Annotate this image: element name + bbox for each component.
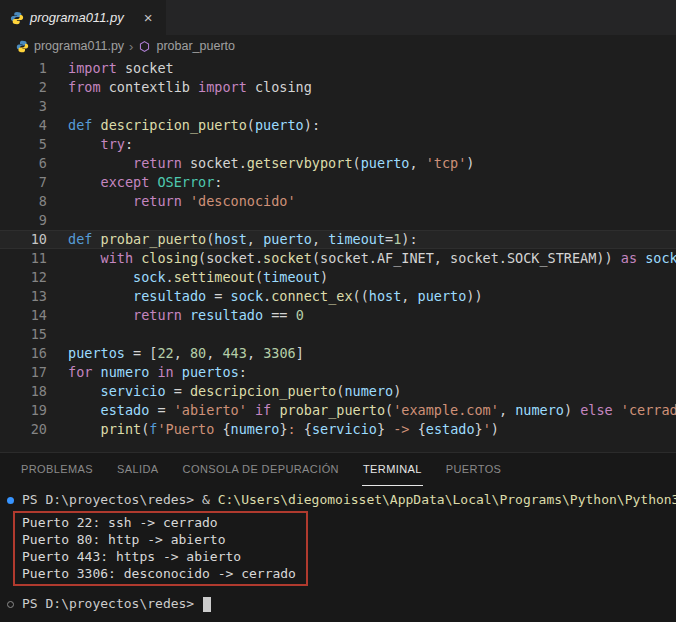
terminal[interactable]: PS D:\proyectos\redes> & C:\Users\diegom…	[0, 486, 676, 613]
code-text: with closing(socket.socket(socket.AF_INE…	[68, 249, 676, 268]
terminal-command-path: C:\Users\diegomoisset\AppData\Local\Prog…	[218, 492, 676, 507]
python-file-icon	[16, 40, 29, 53]
terminal-command-row: PS D:\proyectos\redes> & C:\Users\diegom…	[7, 491, 676, 509]
line-number: 4	[0, 116, 47, 135]
tab-close-icon[interactable]: ×	[140, 9, 157, 26]
line-number: 11	[0, 249, 47, 268]
call-operator: &	[202, 492, 218, 507]
line-number: 17	[0, 363, 47, 382]
code-text: import socket	[68, 59, 174, 78]
code-line[interactable]: 16puertos = [22, 80, 443, 3306]	[0, 344, 676, 363]
code-text: puertos = [22, 80, 443, 3306]	[68, 344, 304, 363]
python-file-icon	[10, 11, 24, 25]
line-number: 1	[0, 59, 47, 78]
code-text: print(f'Puerto {numero}: {servicio} -> {…	[68, 420, 499, 439]
terminal-cursor	[203, 597, 211, 612]
code-text: estado = 'abierto' if probar_puerto('exa…	[68, 401, 676, 420]
line-number: 20	[0, 420, 47, 439]
line-number: 2	[0, 78, 47, 97]
code-line[interactable]: 5 try:	[0, 135, 676, 154]
vscode-window: programa011.py × programa011.py › probar…	[0, 0, 676, 622]
code-line[interactable]: 4def descripcion_puerto(puerto):	[0, 116, 676, 135]
code-line[interactable]: 6 return socket.getservbyport(puerto, 't…	[0, 154, 676, 173]
code-line[interactable]: 15	[0, 325, 676, 344]
line-number: 14	[0, 306, 47, 325]
line-number: 5	[0, 135, 47, 154]
code-line[interactable]: 2from contextlib import closing	[0, 78, 676, 97]
panel-tab-consola-de-depuración[interactable]: CONSOLA DE DEPURACIÓN	[182, 453, 340, 486]
terminal-output-line: Puerto 443: https -> abierto	[22, 548, 296, 565]
line-number: 7	[0, 173, 47, 192]
panel-tab-salida[interactable]: SALIDA	[116, 453, 160, 486]
code-line[interactable]: 12 sock.settimeout(timeout)	[0, 268, 676, 287]
code-line[interactable]: 14 return resultado == 0	[0, 306, 676, 325]
code-text: return resultado == 0	[68, 306, 304, 325]
breadcrumb: programa011.py › probar_puerto	[0, 35, 676, 57]
panel-tab-terminal[interactable]: TERMINAL	[362, 453, 423, 486]
code-line[interactable]: 7 except OSError:	[0, 173, 676, 192]
code-text: for numero in puertos:	[68, 363, 247, 382]
code-text: resultado = sock.connect_ex((host, puert…	[68, 287, 483, 306]
code-text: return socket.getservbyport(puerto, 'tcp…	[68, 154, 474, 173]
line-number: 15	[0, 325, 47, 344]
code-line[interactable]: 10def probar_puerto(host, puerto, timeou…	[0, 230, 676, 249]
code-text: except OSError:	[68, 173, 222, 192]
line-number: 6	[0, 154, 47, 173]
code-text: sock.settimeout(timeout)	[68, 268, 328, 287]
code-line[interactable]: 18 servicio = descripcion_puerto(numero)	[0, 382, 676, 401]
code-text: return 'desconocido'	[68, 192, 296, 211]
editor-lines: 1import socket2from contextlib import cl…	[0, 59, 676, 439]
bottom-panel: PROBLEMASSALIDACONSOLA DE DEPURACIÓNTERM…	[0, 452, 676, 622]
command-decoration-icon[interactable]	[7, 497, 14, 504]
code-text: servicio = descripcion_puerto(numero)	[68, 382, 401, 401]
terminal-output-line: Puerto 22: ssh -> cerrado	[22, 514, 296, 531]
line-number: 8	[0, 192, 47, 211]
panel-tabs: PROBLEMASSALIDACONSOLA DE DEPURACIÓNTERM…	[0, 453, 676, 486]
editor-tab-programa011[interactable]: programa011.py ×	[0, 0, 167, 35]
code-text: try:	[68, 135, 133, 154]
code-editor[interactable]: 1import socket2from contextlib import cl…	[0, 57, 676, 452]
line-number: 19	[0, 401, 47, 420]
breadcrumb-symbol[interactable]: probar_puerto	[156, 39, 235, 53]
code-line[interactable]: 3	[0, 97, 676, 116]
terminal-output-line: Puerto 3306: desconocido -> cerrado	[22, 565, 296, 582]
breadcrumb-file[interactable]: programa011.py	[34, 39, 124, 53]
code-line[interactable]: 20 print(f'Puerto {numero}: {servicio} -…	[0, 420, 676, 439]
code-line[interactable]: 19 estado = 'abierto' if probar_puerto('…	[0, 401, 676, 420]
code-line[interactable]: 13 resultado = sock.connect_ex((host, pu…	[0, 287, 676, 306]
method-symbol-icon	[138, 40, 151, 53]
code-line[interactable]: 1import socket	[0, 59, 676, 78]
code-line[interactable]: 17for numero in puertos:	[0, 363, 676, 382]
panel-tab-puertos[interactable]: PUERTOS	[445, 453, 503, 486]
line-number: 16	[0, 344, 47, 363]
line-number: 10	[0, 230, 47, 249]
line-number: 18	[0, 382, 47, 401]
code-line[interactable]: 8 return 'desconocido'	[0, 192, 676, 211]
terminal-prompt-row: PS D:\proyectos\redes>	[7, 595, 676, 613]
tab-title: programa011.py	[30, 10, 124, 25]
terminal-prompt: PS D:\proyectos\redes>	[22, 492, 202, 507]
command-pending-decoration-icon[interactable]	[7, 601, 14, 608]
terminal-output-box: Puerto 22: ssh -> cerradoPuerto 80: http…	[13, 511, 308, 586]
chevron-right-icon: ›	[129, 39, 133, 54]
code-line[interactable]: 9	[0, 211, 676, 230]
line-number: 3	[0, 97, 47, 116]
editor-tab-bar: programa011.py ×	[0, 0, 676, 35]
code-text: def descripcion_puerto(puerto):	[68, 116, 320, 135]
line-number: 9	[0, 211, 47, 230]
terminal-prompt: PS D:\proyectos\redes>	[22, 595, 202, 613]
code-line[interactable]: 11 with closing(socket.socket(socket.AF_…	[0, 249, 676, 268]
code-text: def probar_puerto(host, puerto, timeout=…	[68, 230, 418, 249]
code-text: from contextlib import closing	[68, 78, 312, 97]
terminal-command-line: PS D:\proyectos\redes> & C:\Users\diegom…	[22, 491, 676, 509]
panel-tab-problemas[interactable]: PROBLEMAS	[20, 453, 94, 486]
line-number: 13	[0, 287, 47, 306]
line-number: 12	[0, 268, 47, 287]
terminal-output-line: Puerto 80: http -> abierto	[22, 531, 296, 548]
